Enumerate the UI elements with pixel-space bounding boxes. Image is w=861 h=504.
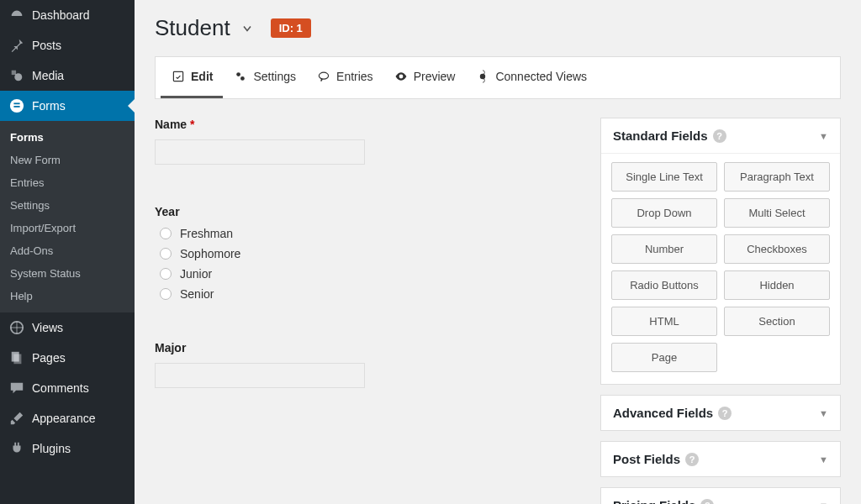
field-btn-single-line-text[interactable]: Single Line Text: [611, 162, 717, 192]
field-btn-number[interactable]: Number: [611, 234, 717, 264]
year-option-sophomore[interactable]: Sophomore: [160, 247, 584, 260]
svg-point-8: [237, 72, 241, 76]
major-label: Major: [155, 341, 584, 354]
standard-fields-body: Single Line Text Paragraph Text Drop Dow…: [601, 153, 840, 384]
sidebar-item-dashboard[interactable]: Dashboard: [0, 0, 135, 30]
submenu-add-ons[interactable]: Add-Ons: [0, 239, 135, 262]
main-content: Student ID: 1 Edit Settings Entries Prev…: [135, 0, 861, 504]
submenu-entries[interactable]: Entries: [0, 171, 135, 194]
field-btn-radio-buttons[interactable]: Radio Buttons: [611, 270, 717, 300]
sidebar-label: Pages: [32, 351, 66, 365]
panel-standard-fields: Standard Fields? ▼ Single Line Text Para…: [600, 118, 841, 385]
field-btn-hidden[interactable]: Hidden: [724, 270, 830, 300]
connect-icon: [475, 69, 490, 84]
tab-label: Edit: [191, 70, 213, 83]
chevron-down-icon: ▼: [819, 131, 828, 141]
sidebar-item-comments[interactable]: Comments: [0, 373, 135, 403]
help-icon[interactable]: ?: [685, 453, 699, 466]
year-option-junior[interactable]: Junior: [160, 267, 584, 281]
sidebar-item-pages[interactable]: Pages: [0, 343, 135, 373]
forms-icon: [8, 97, 25, 114]
help-icon[interactable]: ?: [700, 499, 714, 505]
tab-label: Settings: [253, 70, 296, 83]
submenu-forms[interactable]: Forms: [0, 126, 135, 149]
sidebar-item-posts[interactable]: Posts: [0, 30, 135, 60]
brush-icon: [8, 410, 25, 427]
id-badge: ID: 1: [271, 18, 311, 38]
sidebar-label: Posts: [32, 39, 61, 52]
chevron-down-icon: ▼: [819, 454, 828, 465]
year-option-senior[interactable]: Senior: [160, 287, 584, 301]
svg-point-9: [240, 76, 245, 81]
sidebar-label: Comments: [32, 381, 89, 395]
panel-header-advanced[interactable]: Advanced Fields? ▼: [601, 396, 840, 430]
field-btn-section[interactable]: Section: [724, 307, 830, 336]
panel-pricing-fields: Pricing Fields? ▼: [600, 487, 841, 504]
sidebar-item-plugins[interactable]: Plugins: [0, 433, 135, 464]
year-label: Year: [155, 205, 584, 218]
field-btn-paragraph-text[interactable]: Paragraph Text: [724, 162, 830, 192]
submenu-help[interactable]: Help: [0, 285, 135, 307]
form-switcher-caret[interactable]: [240, 22, 254, 35]
pin-icon: [8, 37, 25, 54]
panel-title: Pricing Fields: [613, 498, 695, 504]
tab-label: Entries: [336, 70, 373, 83]
sidebar-item-appearance[interactable]: Appearance: [0, 403, 135, 433]
field-btn-multi-select[interactable]: Multi Select: [724, 198, 830, 228]
panel-header-post[interactable]: Post Fields? ▼: [601, 442, 840, 476]
tab-label: Connected Views: [495, 70, 587, 83]
tab-connected-views[interactable]: Connected Views: [465, 57, 597, 98]
svg-rect-3: [13, 106, 19, 108]
tab-entries[interactable]: Entries: [306, 57, 383, 98]
submenu-new-form[interactable]: New Form: [0, 149, 135, 171]
svg-rect-2: [13, 102, 19, 104]
edit-icon: [171, 69, 186, 84]
sidebar-label: Appearance: [32, 412, 96, 425]
field-year[interactable]: Year Freshman Sophomore Junior Senior: [155, 205, 584, 301]
page-title: Student: [155, 15, 230, 41]
radio-icon: [160, 248, 172, 260]
field-btn-page[interactable]: Page: [611, 343, 717, 372]
panel-title: Standard Fields: [613, 129, 708, 143]
sidebar-label: Media: [32, 69, 64, 82]
name-label: Name *: [155, 118, 584, 131]
chevron-down-icon: ▼: [819, 408, 828, 418]
field-btn-html[interactable]: HTML: [611, 307, 717, 336]
field-major[interactable]: Major: [155, 341, 584, 388]
field-btn-drop-down[interactable]: Drop Down: [611, 198, 717, 228]
field-name[interactable]: Name *: [155, 118, 584, 165]
panel-title: Post Fields: [613, 452, 680, 466]
sidebar-label: Views: [32, 321, 63, 334]
name-input[interactable]: [155, 139, 365, 165]
help-icon[interactable]: ?: [718, 407, 732, 420]
year-option-freshman[interactable]: Freshman: [160, 227, 584, 240]
panel-header-pricing[interactable]: Pricing Fields? ▼: [601, 488, 840, 504]
svg-point-10: [319, 72, 328, 79]
svg-rect-6: [13, 354, 21, 365]
sidebar-item-forms[interactable]: Forms: [0, 91, 135, 121]
bubble-icon: [316, 69, 331, 84]
page-header: Student ID: 1: [155, 15, 841, 41]
views-icon: [8, 319, 25, 336]
sidebar-item-views[interactable]: Views: [0, 312, 135, 343]
media-icon: [8, 67, 25, 84]
sidebar-label: Forms: [32, 99, 66, 113]
panel-post-fields: Post Fields? ▼: [600, 441, 841, 477]
tab-preview[interactable]: Preview: [383, 57, 466, 98]
tab-settings[interactable]: Settings: [223, 57, 306, 98]
submenu-import-export[interactable]: Import/Export: [0, 217, 135, 239]
gauge-icon: [8, 7, 25, 24]
forms-submenu: Forms New Form Entries Settings Import/E…: [0, 121, 135, 312]
radio-icon: [160, 288, 172, 300]
submenu-settings[interactable]: Settings: [0, 194, 135, 217]
tabs-bar: Edit Settings Entries Preview Connected …: [155, 56, 841, 99]
major-input[interactable]: [155, 363, 365, 388]
field-btn-checkboxes[interactable]: Checkboxes: [724, 234, 830, 264]
form-editor: Name * Year Freshman Sophomore Junior Se…: [155, 118, 584, 504]
submenu-system-status[interactable]: System Status: [0, 262, 135, 285]
panel-header-standard[interactable]: Standard Fields? ▼: [601, 118, 840, 153]
sidebar-item-media[interactable]: Media: [0, 60, 135, 91]
tab-edit[interactable]: Edit: [161, 57, 223, 98]
sidebar-label: Plugins: [32, 442, 71, 455]
help-icon[interactable]: ?: [713, 129, 726, 143]
